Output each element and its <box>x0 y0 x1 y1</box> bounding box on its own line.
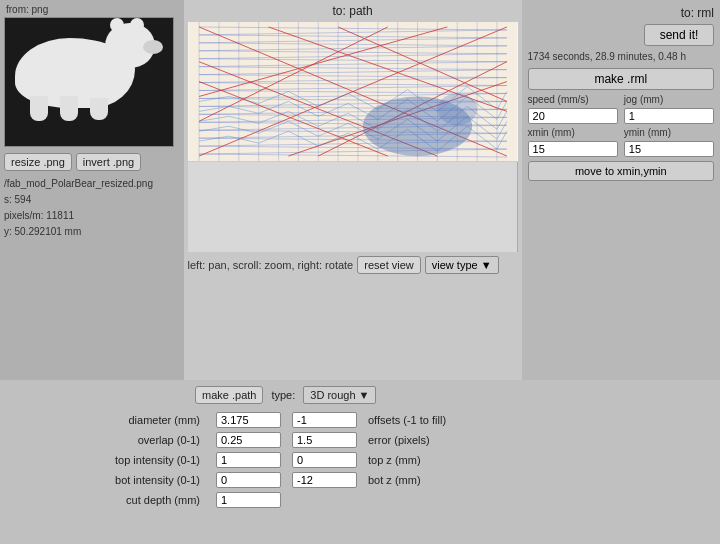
resize-png-button[interactable]: resize .png <box>4 153 72 171</box>
view-controls: left: pan, scroll: zoom, right: rotate r… <box>188 256 518 274</box>
pixels-per-m-stat: pixels/m: 11811 <box>4 209 180 223</box>
from-png-label: from: png <box>4 4 180 15</box>
make-rml-button[interactable]: make .rml <box>528 68 714 90</box>
path-canvas-top <box>188 22 518 162</box>
diameter-input[interactable] <box>216 412 281 428</box>
offsets-desc: offsets (-1 to fill) <box>368 414 488 426</box>
bear-leg2 <box>60 96 78 121</box>
bot-z-input[interactable] <box>292 472 357 488</box>
type-chevron-icon: ▼ <box>359 389 370 401</box>
rml-title: to: rml <box>528 6 714 20</box>
cut-depth-label: cut depth (mm) <box>70 494 200 506</box>
bottom-panel: make .path type: 3D rough ▼ diameter (mm… <box>0 380 720 544</box>
bear-leg1 <box>30 96 48 121</box>
path-canvas-container <box>188 22 518 252</box>
bear-ear-right <box>130 18 144 32</box>
size-stat: s: 594 <box>4 193 180 207</box>
image-preview <box>4 17 174 147</box>
cut-depth-input[interactable] <box>216 492 281 508</box>
top-intensity-label: top intensity (0-1) <box>70 454 200 466</box>
view-type-label: view type <box>432 259 478 271</box>
jog-label: jog (mm) <box>624 94 714 105</box>
view-type-chevron-icon: ▼ <box>481 259 492 271</box>
error-input[interactable] <box>292 432 357 448</box>
move-to-xmin-ymin-button[interactable]: move to xmin,ymin <box>528 161 714 181</box>
bear-ear-left <box>110 18 124 32</box>
speed-jog-grid: speed (mm/s) jog (mm) xmin (mm) ymin (mm… <box>528 94 714 157</box>
right-panel: to: rml send it! 1734 seconds, 28.9 minu… <box>522 0 720 380</box>
overlap-label: overlap (0-1) <box>70 434 200 446</box>
top-z-desc: top z (mm) <box>368 454 488 466</box>
bear-leg3 <box>90 98 108 120</box>
speed-label: speed (mm/s) <box>528 94 618 105</box>
top-z-input[interactable] <box>292 452 357 468</box>
top-bar: from: png resize .png invert .png /fab_m… <box>0 0 720 380</box>
ymin-input[interactable] <box>624 141 714 157</box>
mm-per-pixel-stat: y: 50.292101 mm <box>4 225 180 239</box>
image-btn-row: resize .png invert .png <box>4 153 180 171</box>
bot-intensity-input[interactable] <box>216 472 281 488</box>
view-type-button[interactable]: view type ▼ <box>425 256 499 274</box>
xmin-label: xmin (mm) <box>528 127 618 138</box>
speed-input[interactable] <box>528 108 618 124</box>
reset-view-button[interactable]: reset view <box>357 256 421 274</box>
type-dropdown[interactable]: 3D rough ▼ <box>303 386 376 404</box>
params-grid: diameter (mm) offsets (-1 to fill) overl… <box>10 412 710 508</box>
error-desc: error (pixels) <box>368 434 488 446</box>
path-canvas-bottom <box>188 162 518 252</box>
center-panel: to: path <box>184 0 522 380</box>
send-it-button[interactable]: send it! <box>644 24 714 46</box>
type-value: 3D rough <box>310 389 355 401</box>
diameter-label: diameter (mm) <box>70 414 200 426</box>
left-panel: from: png resize .png invert .png /fab_m… <box>0 0 184 380</box>
xmin-input[interactable] <box>528 141 618 157</box>
svg-point-28 <box>437 93 477 125</box>
path-svg <box>188 22 518 161</box>
type-label: type: <box>271 389 295 401</box>
file-path: /fab_mod_PolarBear_resized.png <box>4 177 180 191</box>
offsets-input[interactable] <box>292 412 357 428</box>
bear-snout <box>143 40 163 54</box>
view-hint-label: left: pan, scroll: zoom, right: rotate <box>188 259 354 271</box>
path-title: to: path <box>188 4 518 18</box>
app-container: from: png resize .png invert .png /fab_m… <box>0 0 720 544</box>
ymin-label: ymin (mm) <box>624 127 714 138</box>
top-intensity-input[interactable] <box>216 452 281 468</box>
jog-input[interactable] <box>624 108 714 124</box>
invert-png-button[interactable]: invert .png <box>76 153 141 171</box>
bot-z-desc: bot z (mm) <box>368 474 488 486</box>
time-info: 1734 seconds, 28.9 minutes, 0.48 h <box>528 50 714 64</box>
bot-intensity-label: bot intensity (0-1) <box>70 474 200 486</box>
make-path-row: make .path type: 3D rough ▼ <box>10 386 710 404</box>
overlap-input[interactable] <box>216 432 281 448</box>
make-path-button[interactable]: make .path <box>195 386 263 404</box>
